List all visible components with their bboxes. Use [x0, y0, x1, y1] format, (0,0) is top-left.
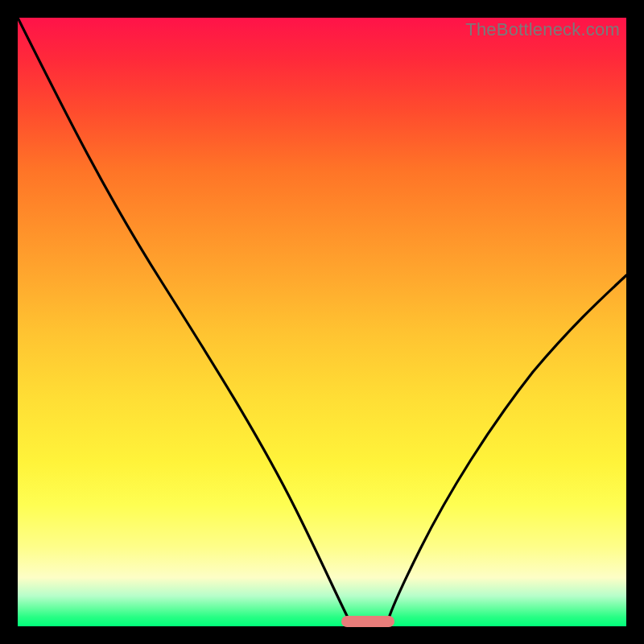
left-curve-path [18, 18, 351, 625]
plot-area: TheBottleneck.com [18, 18, 626, 626]
bottleneck-marker [341, 616, 394, 627]
right-curve-path [386, 275, 626, 625]
curves-svg [18, 18, 626, 626]
chart-frame: TheBottleneck.com [0, 0, 644, 644]
